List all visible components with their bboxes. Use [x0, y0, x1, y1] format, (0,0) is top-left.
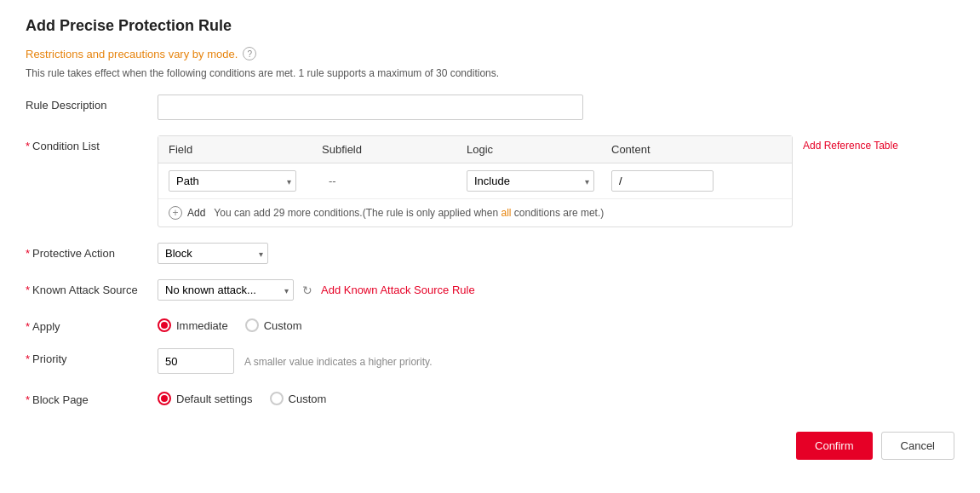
rule-description-input[interactable] — [158, 95, 583, 120]
apply-custom-radio[interactable] — [245, 318, 259, 332]
priority-hint: A smaller value indicates a higher prior… — [244, 354, 433, 368]
restriction-help-icon[interactable]: ? — [243, 47, 256, 60]
protective-action-select[interactable]: Block Log only Bypass — [158, 243, 268, 264]
add-link[interactable]: Add — [187, 207, 205, 219]
apply-custom-label: Custom — [264, 319, 302, 332]
footer-buttons: Confirm Cancel — [26, 432, 954, 468]
content-input[interactable] — [611, 170, 714, 192]
condition-row: Path IP Params Cookie Header Request Lin… — [158, 163, 792, 199]
subfield-dash: -- — [322, 171, 343, 191]
priority-input[interactable] — [158, 348, 234, 374]
required-star-5: * — [26, 353, 30, 365]
required-star-6: * — [26, 393, 30, 406]
apply-radio-group: Immediate Custom — [158, 316, 954, 332]
apply-immediate-label: Immediate — [176, 319, 228, 332]
add-circle-icon[interactable]: + — [169, 206, 182, 220]
block-page-default-radio[interactable] — [158, 392, 171, 405]
add-condition-row: + Add You can add 29 more conditions.(Th… — [158, 199, 792, 226]
required-star: * — [26, 140, 30, 152]
block-page-custom-label: Custom — [289, 393, 327, 405]
required-star-2: * — [26, 247, 30, 260]
add-known-attack-link[interactable]: Add Known Attack Source Rule — [321, 284, 475, 296]
apply-label: *Apply — [26, 316, 158, 333]
col-header-content: Content — [611, 143, 782, 156]
known-attack-source-label: *Known Attack Source — [26, 279, 158, 296]
required-star-3: * — [26, 284, 30, 296]
apply-immediate-radio[interactable] — [158, 318, 171, 332]
confirm-button[interactable]: Confirm — [796, 432, 873, 460]
protective-action-label: *Protective Action — [26, 243, 158, 260]
logic-select[interactable]: Include Exclude Equal Not Equal Prefix S… — [467, 170, 594, 192]
block-page-custom-radio[interactable] — [270, 392, 284, 405]
page-title: Add Precise Protection Rule — [26, 17, 954, 35]
refresh-icon[interactable]: ↻ — [302, 284, 312, 297]
field-select[interactable]: Path IP Params Cookie Header Request Lin… — [169, 170, 296, 192]
cancel-button[interactable]: Cancel — [881, 432, 954, 460]
add-condition-hint: You can add 29 more conditions.(The rule… — [214, 207, 604, 219]
block-page-default-label: Default settings — [176, 393, 253, 405]
form-subtitle: This rule takes effect when the followin… — [26, 67, 954, 79]
apply-immediate-option[interactable]: Immediate — [158, 318, 228, 332]
rule-description-label: Rule Description — [26, 95, 158, 112]
col-header-subfield: Subfield — [322, 143, 467, 156]
block-page-default-option[interactable]: Default settings — [158, 392, 253, 405]
block-page-custom-option[interactable]: Custom — [270, 392, 327, 405]
known-attack-select[interactable]: No known attack... — [158, 279, 294, 301]
apply-custom-option[interactable]: Custom — [245, 318, 302, 332]
col-header-logic: Logic — [467, 143, 611, 156]
condition-list-label: *Condition List — [26, 135, 158, 152]
priority-label: *Priority — [26, 348, 158, 365]
required-star-4: * — [26, 320, 30, 333]
block-page-label: *Block Page — [26, 389, 158, 406]
block-page-radio-group: Default settings Custom — [158, 389, 954, 405]
add-reference-table-btn[interactable]: Add Reference Table — [803, 135, 898, 152]
restriction-notice-text: Restrictions and precautions vary by mod… — [26, 48, 238, 60]
col-header-field: Field — [169, 143, 322, 156]
